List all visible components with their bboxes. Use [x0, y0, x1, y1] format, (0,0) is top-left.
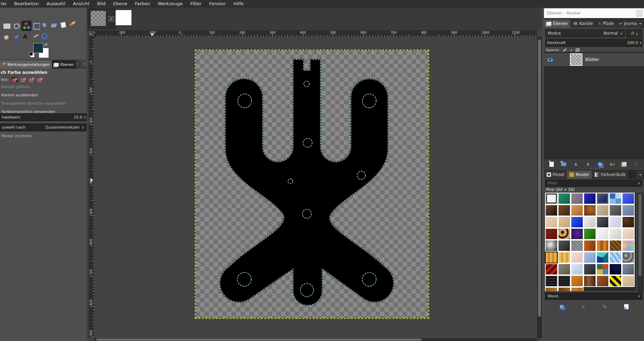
pattern-swatch[interactable]: [545, 216, 558, 228]
open-pattern-as-image-button[interactable]: [622, 303, 631, 311]
pattern-swatch[interactable]: [622, 193, 635, 204]
paintbrush-tool-button[interactable]: [69, 23, 75, 25]
pattern-swatch[interactable]: [609, 240, 622, 252]
pattern-tag-combo[interactable]: Wood. ∨: [545, 292, 643, 300]
transform-tool-button[interactable]: [42, 23, 47, 27]
canvas-vscrollbar[interactable]: [537, 37, 542, 338]
menu-item[interactable]: Ansicht: [69, 0, 93, 8]
mode-add-button[interactable]: [21, 77, 26, 82]
tab-pinsel[interactable]: Pinsel: [544, 170, 567, 179]
pattern-swatch[interactable]: [583, 275, 596, 287]
layer-row-selected[interactable]: Blätter: [544, 53, 644, 66]
layers-dock-menu-button[interactable]: ◄: [637, 20, 643, 26]
pattern-swatch[interactable]: [558, 287, 571, 291]
menu-item[interactable]: Bearbeiten: [10, 0, 43, 8]
pattern-swatch[interactable]: [596, 204, 609, 216]
pattern-swatch[interactable]: [596, 263, 609, 275]
pattern-swatch[interactable]: [622, 216, 635, 228]
opacity-slider[interactable]: Deckkraft 100.0 ▴▾: [545, 39, 642, 47]
new-group-button[interactable]: [560, 160, 568, 168]
pattern-swatch[interactable]: [622, 252, 635, 263]
tool-option[interactable]: Transparente Bereiche auswählen: [1, 101, 66, 106]
delete-layer-button[interactable]: ×: [632, 160, 641, 168]
canvas-viewport[interactable]: [94, 37, 537, 338]
canvas-transparent-layer[interactable]: [195, 50, 429, 318]
pattern-swatch[interactable]: [571, 204, 583, 216]
pattern-swatch[interactable]: [545, 193, 558, 204]
lock-pixels-icon[interactable]: [563, 48, 567, 52]
raise-layer-button[interactable]: ∧: [572, 160, 580, 168]
dock-drag-handle[interactable]: ∙ ∙ ∙: [590, 166, 601, 170]
pattern-swatch[interactable]: [583, 204, 596, 216]
mode-replace-button[interactable]: [12, 77, 18, 82]
tab-kanäle[interactable]: Kanäle: [571, 19, 596, 28]
pattern-swatch[interactable]: [609, 252, 622, 263]
pattern-grid-scrollbar[interactable]: [637, 193, 643, 292]
pattern-swatch[interactable]: [583, 216, 596, 228]
tab-ebenen-left[interactable]: Ebenen: [52, 60, 76, 69]
ruler-corner-button[interactable]: ▶: [89, 30, 94, 37]
pattern-swatch[interactable]: [571, 228, 583, 240]
perspective-tool-button[interactable]: [61, 22, 66, 28]
pattern-swatch[interactable]: [571, 240, 583, 252]
pattern-swatch[interactable]: [609, 228, 622, 240]
pattern-swatch[interactable]: [622, 204, 635, 216]
rect-select-tool-button[interactable]: [3, 24, 10, 29]
pattern-swatch[interactable]: [596, 240, 609, 252]
tab-ebenen[interactable]: Ebenen: [544, 19, 571, 28]
refresh-patterns-button[interactable]: ↻: [601, 303, 609, 311]
pattern-swatch[interactable]: [609, 204, 622, 216]
patterns-dock-menu-button[interactable]: ◄: [637, 171, 643, 177]
dock-title-button[interactable]: [636, 10, 643, 17]
select-by-color-tool-button[interactable]: [21, 21, 31, 31]
dock-menu-button[interactable]: ◄: [82, 61, 87, 66]
menu-item[interactable]: Auswahl: [43, 0, 69, 8]
shear-tool-button[interactable]: [51, 24, 56, 27]
lock-alpha-icon[interactable]: [575, 48, 580, 52]
pattern-swatch[interactable]: [583, 252, 596, 263]
pattern-swatch[interactable]: [545, 263, 558, 275]
pattern-swatch[interactable]: [609, 216, 622, 228]
merge-layer-button[interactable]: ≡↓: [608, 160, 616, 168]
menu-item[interactable]: Hilfe: [229, 0, 247, 8]
pattern-swatch[interactable]: [558, 275, 571, 287]
tab-werkzeugeinstellungen[interactable]: Werkzeugeinstellungen: [0, 60, 52, 69]
pattern-swatch[interactable]: [558, 252, 571, 263]
pattern-swatch[interactable]: [545, 228, 558, 240]
mode-subtract-button[interactable]: [29, 77, 34, 82]
close-icon[interactable]: ×: [108, 16, 114, 21]
pattern-swatch[interactable]: [558, 263, 571, 275]
pattern-swatch[interactable]: [609, 275, 622, 287]
pattern-swatch[interactable]: [622, 240, 635, 252]
threshold-slider[interactable]: hwellwert 25.0 ▴▾: [0, 113, 87, 121]
text-tool-button[interactable]: A: [23, 33, 27, 40]
pattern-swatch[interactable]: [571, 263, 583, 275]
tab-pfade[interactable]: ∿Pfade: [596, 19, 617, 28]
pattern-swatch[interactable]: [571, 216, 583, 228]
tool-option[interactable]: Kanten ausblenden: [1, 93, 38, 97]
pattern-swatch[interactable]: [609, 193, 622, 204]
menu-item[interactable]: Bild: [93, 0, 109, 8]
free-select-tool-button[interactable]: [14, 24, 20, 29]
pattern-swatch[interactable]: [558, 204, 571, 216]
new-layer-button[interactable]: [547, 160, 556, 168]
horizontal-ruler[interactable]: -300-200-1000100200300400500600700800900…: [94, 30, 537, 37]
tab-overflow-icon[interactable]: ›: [77, 61, 78, 66]
pattern-swatch[interactable]: [596, 228, 609, 240]
pattern-swatch[interactable]: [558, 240, 571, 252]
duplicate-pattern-button[interactable]: [557, 303, 566, 311]
mode-reset-button[interactable]: ↺ ∨: [626, 29, 643, 38]
smudge-tool-button[interactable]: [4, 35, 9, 40]
select-by-combo[interactable]: uswahl nach Zusammensetzen ∨: [0, 123, 87, 131]
pattern-swatch[interactable]: [545, 275, 558, 287]
pattern-swatch[interactable]: [545, 204, 558, 216]
menu-item[interactable]: Farben: [131, 0, 154, 8]
pattern-swatch[interactable]: [545, 240, 558, 252]
pattern-swatch[interactable]: [571, 252, 583, 263]
menu-item[interactable]: tei: [0, 0, 10, 8]
image-tab-active[interactable]: ×: [88, 8, 116, 29]
menu-item[interactable]: Fenster: [205, 0, 229, 8]
pattern-scroll-thumb[interactable]: [638, 194, 642, 276]
pattern-swatch[interactable]: [583, 228, 596, 240]
tab-farbverläufe[interactable]: Farbverläufe: [592, 170, 628, 179]
